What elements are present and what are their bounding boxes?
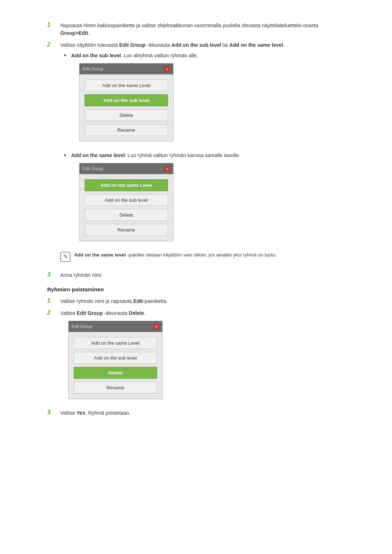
bullet-dot-1: • (64, 52, 71, 60)
s2-step-3-text: Valitse (60, 410, 77, 416)
step-3-s1-text: Anna ryhmän nimi. (60, 272, 103, 278)
dialog-2-wrapper: Edit Group x Add on the same Level Add o… (79, 163, 345, 241)
bullet-1-content: Add on the sub level: Luo aliryhmä valit… (71, 52, 345, 147)
s2-step-3-content: Valitse Yes. Ryhmä poistetaan. (60, 409, 345, 417)
step-1-number: 1 (47, 22, 60, 28)
s2-step-1-text: Valitse ryhmän nimi ja napsauta (60, 298, 133, 304)
dialog-2-btn-sub-level[interactable]: Add on the sub level (85, 194, 168, 206)
note-suffix: -painike otetaan käyttöön vain silloin, … (126, 252, 277, 258)
step-2-bold1: Edit Group (119, 42, 145, 48)
dialog-1-btn-same-level[interactable]: Add on the same Level (85, 79, 168, 91)
s2-step-2-item: 2 Valitse Edit Group -ikkunasta Delete. … (47, 309, 345, 405)
dialog-3-btn-delete[interactable]: Delete (74, 367, 157, 379)
bullet-dot-2: • (64, 152, 71, 160)
s2-step-2-content: Valitse Edit Group -ikkunasta Delete. Ed… (60, 309, 345, 405)
s2-step-2-bold2: Delete (129, 310, 144, 316)
bullet-2-colon: : Luo ryhmä valitun ryhmän kanssa samall… (125, 152, 240, 158)
step-1-content: Napsauta hiiren kakkospainiketta ja vali… (60, 22, 345, 37)
dialog-1: Edit Group x Add on the same Level Add o… (79, 63, 173, 141)
s2-step-1-number: 1 (47, 297, 60, 304)
step-2-mid: -ikkunasta (146, 42, 172, 48)
s2-step-2-bold1: Edit Group (77, 310, 103, 316)
s2-step-1-item: 1 Valitse ryhmän nimi ja napsauta Edit-p… (47, 297, 345, 305)
note-text: Add on the same level -painike otetaan k… (74, 251, 345, 259)
dialog-1-btn-rename[interactable]: Rename (85, 124, 168, 136)
s2-step-1-content: Valitse ryhmän nimi ja napsauta Edit-pai… (60, 297, 345, 305)
note-box: ✎ Add on the same level -painike otetaan… (60, 251, 345, 262)
s2-step-3-number: 3 (47, 409, 60, 416)
dialog-1-title-bar: Edit Group x (79, 63, 173, 74)
step-3-s1-number: 3 (47, 271, 60, 278)
note-icon: ✎ (60, 252, 70, 262)
bullet-1-label: Add on the sub level (71, 53, 121, 58)
dialog-3-btn-sub-level[interactable]: Add on the sub level (74, 352, 157, 364)
dialog-3-title: Edit Group (72, 323, 92, 330)
step-2-content: Valitse näyttöön tulevasta Edit Group -i… (60, 41, 345, 267)
dialog-3-btn-rename[interactable]: Rename (74, 382, 157, 394)
step-1-bold: Group>Edit (60, 30, 88, 36)
page-content: 1 Napsauta hiiren kakkospainiketta ja va… (47, 22, 345, 417)
dialog-3-btn-same-level[interactable]: Add on the same Level (74, 337, 157, 349)
dialog-2-btn-rename[interactable]: Rename (85, 224, 168, 236)
dialog-1-btn-delete[interactable]: Delete (85, 109, 168, 121)
s2-step-2-number: 2 (47, 309, 60, 316)
step-2-after: . (283, 42, 285, 48)
dialog-2-btn-same-level[interactable]: Add on the same Level (85, 179, 168, 191)
bullet-list-1: • Add on the sub level: Luo aliryhmä val… (60, 52, 345, 247)
s2-step-3-suffix: . Ryhmä poistetaan. (85, 410, 131, 416)
section-2-heading: Ryhmien poistaminen (47, 286, 345, 292)
step-2-item: 2 Valitse näyttöön tulevasta Edit Group … (47, 41, 345, 267)
dialog-2-body: Add on the same Level Add on the sub lev… (79, 174, 173, 241)
dialog-2: Edit Group x Add on the same Level Add o… (79, 163, 173, 241)
s2-step-2-text: Valitse (60, 310, 77, 316)
bullet-1-colon: : Luo aliryhmä valitun ryhmän alle. (121, 53, 198, 58)
s2-step-2-mid: -ikkunasta (103, 310, 129, 316)
step-3-s1-content: Anna ryhmän nimi. (60, 271, 345, 279)
step-2-join: tai (221, 42, 229, 48)
dialog-2-btn-delete[interactable]: Delete (85, 209, 168, 221)
dialog-3: Edit Group x Add on the same Level Add o… (68, 321, 163, 399)
dialog-2-close[interactable]: x (164, 166, 170, 172)
dialog-1-wrapper: Edit Group x Add on the same Level Add o… (79, 63, 345, 141)
dialog-1-close[interactable]: x (164, 66, 170, 72)
step-2-number: 2 (47, 41, 60, 48)
step-2-bold3: Add on the same level (229, 42, 283, 48)
bullet-item-2: • Add on the same level: Luo ryhmä valit… (64, 152, 345, 247)
dialog-1-body: Add on the same Level Add on the sub lev… (79, 74, 173, 141)
s2-step-1-bold: Edit (133, 298, 143, 304)
dialog-3-title-bar: Edit Group x (69, 321, 162, 332)
s2-step-3-bold: Yes (77, 410, 85, 416)
dialog-2-title: Edit Group (82, 165, 103, 172)
dialog-1-btn-sub-level[interactable]: Add on the sub level (85, 94, 168, 106)
step-2-bold2: Add on the sub level (171, 42, 221, 48)
s2-step-1-after: -painiketta. (143, 298, 168, 304)
s2-step-3-item: 3 Valitse Yes. Ryhmä poistetaan. (47, 409, 345, 417)
s2-step-2-after: . (144, 310, 146, 316)
dialog-3-body: Add on the same Level Add on the sub lev… (69, 332, 162, 399)
step-1-after: . (88, 30, 90, 36)
step-1-item: 1 Napsauta hiiren kakkospainiketta ja va… (47, 22, 345, 37)
dialog-2-title-bar: Edit Group x (79, 163, 173, 174)
note-bold: Add on the same level (74, 252, 126, 258)
dialog-3-close[interactable]: x (154, 324, 159, 329)
dialog-1-title: Edit Group (82, 66, 103, 72)
dialog-3-wrapper: Edit Group x Add on the same Level Add o… (68, 321, 345, 399)
bullet-2-content: Add on the same level: Luo ryhmä valitun… (71, 152, 345, 247)
bullet-item-1: • Add on the sub level: Luo aliryhmä val… (64, 52, 345, 147)
bullet-2-label: Add on the same level (71, 152, 125, 158)
step-1-text: Napsauta hiiren kakkospainiketta ja vali… (60, 22, 318, 28)
step-2-text: Valitse näyttöön tulevasta (60, 42, 119, 48)
step-3-s1-item: 3 Anna ryhmän nimi. (47, 271, 345, 279)
